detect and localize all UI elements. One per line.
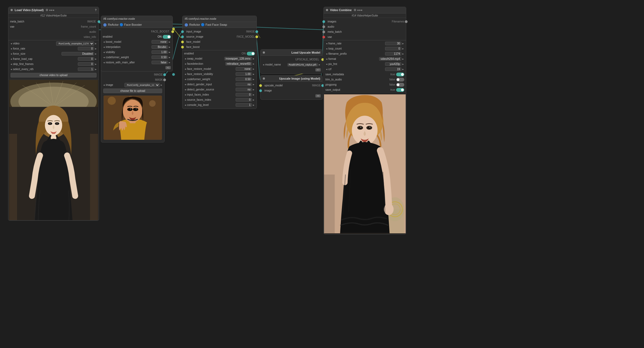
load-image-node: Load Image IMAGE MASK ◄ image RunComfy_e…	[101, 64, 165, 142]
video-combine-subtitle: Video Combine	[330, 8, 352, 12]
param-restore-main: ◄ restore_with_main_after false ►	[101, 60, 172, 65]
load-image-body: IMAGE MASK ◄ image RunComfy_examples_117…	[101, 71, 164, 142]
port-input-image-left[interactable]	[181, 30, 184, 33]
param-detect-gender-input: ◄ detect_gender_input no ►	[182, 82, 257, 87]
param-skip-first: ◄ skip_first_frames 0 ►	[8, 61, 99, 67]
svg-rect-17	[9, 134, 17, 220]
port-image-output[interactable]	[163, 73, 166, 76]
param-frame-rate: ◄ frame_rate 30 ►	[324, 41, 406, 46]
port-audio-left[interactable]	[322, 25, 325, 28]
port-upscale-model-in-left[interactable]	[259, 84, 262, 87]
param-crf: ◄ crf 19 ►	[324, 67, 406, 72]
load-video-id: ?	[95, 9, 97, 12]
toggle-save-metadata[interactable]	[396, 73, 404, 76]
param-interpolation: ◄ interpolation Bicubic ►	[101, 44, 172, 50]
param-pingpong: pingpong false	[324, 82, 406, 87]
param-face-restore-vis: ◄ face_restore_visibility 1.00 ►	[182, 71, 257, 77]
param-console-log: ◄ console_log_level 1 ►	[182, 102, 257, 108]
load-upscale-header: Load Upscale Model	[261, 50, 322, 56]
port-filenames-right[interactable]	[405, 20, 408, 23]
output-video-preview	[324, 93, 406, 234]
svg-point-14	[49, 123, 51, 124]
toggle-enabled-booster[interactable]	[163, 35, 171, 39]
video-combine-node: Video Combine ⚙ ●●● #14 VideoHelperSuite…	[323, 7, 406, 235]
svg-rect-39	[324, 174, 335, 233]
video-combine-header: Video Combine ⚙ ●●●	[324, 7, 406, 14]
fast-face-swap-header: #5 comfyui-reactor-node	[182, 16, 257, 22]
param-image-file: ◄ image RunComfy_examples_1174_1.jpg ►	[101, 82, 164, 87]
port-face-model-in: face_model	[182, 39, 257, 44]
toggle-save-output[interactable]	[396, 88, 404, 92]
load-upscale-title: Load Upscale Model	[291, 51, 320, 54]
port-input-image: input_image IMAGE	[182, 29, 257, 34]
load-video-node-id: #12 VideoHelperSuite	[8, 14, 99, 18]
upscale-image-node: Upscale Image (using Model) upscale_mode…	[260, 75, 323, 100]
upscale-badge: #7	[261, 67, 322, 72]
fast-face-swap-subtitle: ReActor 🔵 Fast Face Swap	[182, 22, 257, 28]
param-codeformer-weight-booster: ◄ codeformer_weight 0.50 ►	[101, 55, 172, 60]
fast-face-swap-body: input_image IMAGE source_image FACE_MODE…	[182, 28, 257, 109]
port-mask-out: MASK	[101, 77, 164, 82]
upscale-image-badge: #8	[261, 93, 322, 98]
choose-video-button[interactable]: choose video to upload	[11, 73, 97, 77]
video-combine-body: images Filenames audio meta_batch vae ◄ …	[324, 18, 406, 93]
upscale-image-header: Upscale Image (using Model)	[261, 76, 322, 82]
load-upscale-node: Load Upscale Model UPSCALE_MODEL ◄ model…	[260, 49, 323, 74]
toggle-trim-to-audio[interactable]	[396, 78, 404, 82]
port-meta-batch-left[interactable]	[322, 31, 325, 33]
port-face-boost-out[interactable]	[171, 30, 174, 33]
output-preview-svg	[324, 94, 406, 234]
toggle-pingpong[interactable]	[396, 83, 404, 87]
port-vae-left[interactable]	[322, 36, 325, 38]
port-image-right[interactable]	[98, 20, 100, 23]
choose-video-btn-container: choose video to upload	[8, 72, 99, 79]
param-input-faces-index: ◄ input_faces_index 0 ►	[182, 92, 257, 97]
param-pix-fmt: ◄ pix_fmt yuv420p ►	[324, 61, 406, 67]
param-boost-model: ◄ boost_model none ►	[101, 39, 172, 44]
svg-point-15	[56, 123, 58, 124]
toggle-enabled-ffs[interactable]	[247, 52, 255, 56]
port-face-model-right[interactable]	[255, 35, 258, 38]
param-force-rate: ◄ force_rate 0 ►	[8, 46, 99, 51]
port-mask-output[interactable]	[163, 79, 166, 81]
port-video-info: video_info	[8, 34, 99, 40]
fast-face-swap-node: #5 comfyui-reactor-node ReActor 🔵 Fast F…	[182, 16, 257, 109]
param-filename-prefix: ◄ filename_prefix 1174 ►	[324, 51, 406, 56]
load-video-header: Load Video (Upload) ⚙ ●●● ?	[8, 7, 99, 14]
port-image-upscale-left[interactable]	[259, 89, 262, 92]
port-images-left[interactable]	[322, 20, 325, 23]
port-meta-batch: meta_batch IMAGE	[8, 19, 99, 24]
param-trim-to-audio: trim_to_audio false	[324, 77, 406, 82]
port-source-image-left[interactable]	[181, 35, 184, 38]
video-preview	[8, 80, 99, 220]
image-select[interactable]: RunComfy_examples_1174_1.jpg	[124, 83, 160, 87]
video-select[interactable]: RunComfy_examples_1174_1.mp4	[56, 41, 94, 46]
load-upscale-body: UPSCALE_MODEL ◄ model_name RealESRGAN_x4…	[261, 56, 322, 73]
face-boost-output-row: FACE_BOOST	[101, 29, 172, 34]
node-canvas: Load Video (Upload) ⚙ ●●● ? #12 VideoHel…	[0, 0, 644, 348]
param-format: ◄ format video/h264-mp4 ►	[324, 56, 406, 61]
port-meta-batch-in: meta_batch	[324, 29, 406, 34]
video-combine-id: #14 VideoHelperSuite	[324, 14, 406, 18]
video-preview-svg	[9, 80, 98, 220]
port-face-boost-left[interactable]	[181, 46, 184, 48]
param-swap-model: ◄ swap_model inswapper_128.onnx ►	[182, 56, 257, 61]
svg-point-22	[149, 100, 156, 107]
face-booster-node: #6 comfyui-reactor-node ReActor 🔵 Face B…	[101, 16, 173, 71]
param-select-every: ◄ select_every_nth 1 ►	[8, 67, 99, 72]
param-face-restore-model: ◄ face_restore_model none ►	[182, 66, 257, 71]
param-codeformer-weight-ffs: ◄ codeformer_weight 0.50 ►	[182, 77, 257, 82]
param-facedetection: ◄ facedetection retinaface_resnet50 ►	[182, 61, 257, 66]
port-image-right-ffs[interactable]	[255, 30, 258, 33]
choose-file-button[interactable]: choose file to upload	[103, 89, 162, 93]
param-enabled-ffs: enabled ON	[182, 51, 257, 56]
svg-rect-18	[90, 134, 98, 220]
load-video-node: Load Video (Upload) ⚙ ●●● ? #12 VideoHel…	[8, 7, 99, 221]
param-detect-gender-source: ◄ detect_gender_source no ►	[182, 87, 257, 92]
choose-file-btn-container: choose file to upload	[101, 87, 164, 94]
port-face-model-left[interactable]	[181, 41, 184, 43]
svg-point-48	[369, 127, 370, 128]
svg-point-30	[130, 109, 131, 109]
port-upscale-model-in: upscale_model IMAGE	[261, 83, 322, 88]
port-image-in: image	[261, 88, 322, 93]
